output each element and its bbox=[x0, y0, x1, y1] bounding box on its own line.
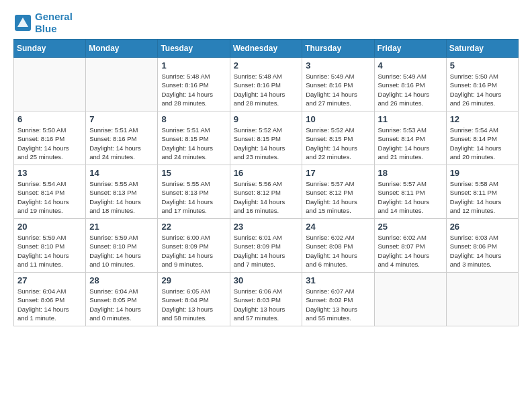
day-cell bbox=[374, 273, 446, 326]
day-cell: 7Sunrise: 5:51 AM Sunset: 8:16 PM Daylig… bbox=[86, 111, 158, 165]
calendar-table: SundayMondayTuesdayWednesdayThursdayFrid… bbox=[13, 39, 519, 326]
day-cell: 9Sunrise: 5:52 AM Sunset: 8:15 PM Daylig… bbox=[230, 111, 302, 165]
day-number: 12 bbox=[450, 114, 515, 124]
day-number: 5 bbox=[450, 60, 515, 71]
day-info: Sunrise: 6:06 AM Sunset: 8:03 PM Dayligh… bbox=[234, 287, 299, 322]
day-info: Sunrise: 6:04 AM Sunset: 8:06 PM Dayligh… bbox=[17, 287, 82, 322]
day-info: Sunrise: 5:48 AM Sunset: 8:16 PM Dayligh… bbox=[234, 72, 299, 107]
header-cell-friday: Friday bbox=[374, 40, 446, 58]
day-number: 24 bbox=[306, 222, 370, 232]
day-number: 14 bbox=[89, 168, 154, 178]
day-number: 3 bbox=[306, 60, 370, 71]
day-info: Sunrise: 6:02 AM Sunset: 8:07 PM Dayligh… bbox=[378, 233, 443, 269]
day-cell: 20Sunrise: 5:59 AM Sunset: 8:10 PM Dayli… bbox=[14, 219, 86, 273]
day-info: Sunrise: 5:50 AM Sunset: 8:16 PM Dayligh… bbox=[450, 72, 515, 107]
day-number: 9 bbox=[234, 114, 299, 124]
day-cell: 22Sunrise: 6:00 AM Sunset: 8:09 PM Dayli… bbox=[158, 219, 230, 273]
day-cell: 14Sunrise: 5:55 AM Sunset: 8:13 PM Dayli… bbox=[86, 165, 158, 219]
logo-text: General Blue bbox=[35, 11, 73, 35]
day-info: Sunrise: 5:56 AM Sunset: 8:12 PM Dayligh… bbox=[234, 179, 299, 215]
day-cell: 13Sunrise: 5:54 AM Sunset: 8:14 PM Dayli… bbox=[14, 165, 86, 219]
day-number: 15 bbox=[161, 168, 226, 178]
day-number: 13 bbox=[17, 168, 82, 178]
day-number: 21 bbox=[89, 222, 154, 232]
day-number: 25 bbox=[378, 222, 443, 232]
day-number: 1 bbox=[161, 60, 226, 71]
header-cell-saturday: Saturday bbox=[446, 40, 518, 58]
day-cell: 29Sunrise: 6:05 AM Sunset: 8:04 PM Dayli… bbox=[158, 273, 230, 326]
day-cell: 11Sunrise: 5:53 AM Sunset: 8:14 PM Dayli… bbox=[374, 111, 446, 165]
header-cell-thursday: Thursday bbox=[302, 40, 374, 58]
day-info: Sunrise: 5:57 AM Sunset: 8:11 PM Dayligh… bbox=[378, 179, 443, 215]
day-number: 16 bbox=[234, 168, 299, 178]
day-info: Sunrise: 6:05 AM Sunset: 8:04 PM Dayligh… bbox=[161, 287, 226, 322]
week-row-1: 1Sunrise: 5:48 AM Sunset: 8:16 PM Daylig… bbox=[14, 58, 519, 111]
day-number: 28 bbox=[89, 275, 154, 285]
day-info: Sunrise: 5:59 AM Sunset: 8:10 PM Dayligh… bbox=[17, 233, 82, 269]
day-info: Sunrise: 5:49 AM Sunset: 8:16 PM Dayligh… bbox=[378, 72, 443, 107]
day-number: 6 bbox=[17, 114, 82, 124]
day-info: Sunrise: 5:54 AM Sunset: 8:14 PM Dayligh… bbox=[17, 179, 82, 215]
day-info: Sunrise: 5:50 AM Sunset: 8:16 PM Dayligh… bbox=[17, 126, 82, 161]
logo: General Blue bbox=[13, 11, 73, 35]
day-number: 20 bbox=[17, 222, 82, 232]
day-cell: 31Sunrise: 6:07 AM Sunset: 8:02 PM Dayli… bbox=[302, 273, 374, 326]
day-info: Sunrise: 5:55 AM Sunset: 8:13 PM Dayligh… bbox=[161, 179, 226, 215]
day-number: 27 bbox=[17, 275, 82, 285]
week-row-2: 6Sunrise: 5:50 AM Sunset: 8:16 PM Daylig… bbox=[14, 111, 519, 165]
day-info: Sunrise: 5:52 AM Sunset: 8:15 PM Dayligh… bbox=[306, 126, 370, 161]
day-info: Sunrise: 6:02 AM Sunset: 8:08 PM Dayligh… bbox=[306, 233, 370, 269]
day-info: Sunrise: 5:49 AM Sunset: 8:16 PM Dayligh… bbox=[306, 72, 370, 107]
day-cell: 24Sunrise: 6:02 AM Sunset: 8:08 PM Dayli… bbox=[302, 219, 374, 273]
page-header: General Blue bbox=[13, 11, 519, 35]
day-number: 26 bbox=[450, 222, 515, 232]
day-number: 7 bbox=[89, 114, 154, 124]
day-info: Sunrise: 5:51 AM Sunset: 8:16 PM Dayligh… bbox=[89, 126, 154, 161]
day-cell: 6Sunrise: 5:50 AM Sunset: 8:16 PM Daylig… bbox=[14, 111, 86, 165]
day-number: 29 bbox=[161, 275, 226, 285]
day-cell: 16Sunrise: 5:56 AM Sunset: 8:12 PM Dayli… bbox=[230, 165, 302, 219]
day-info: Sunrise: 6:07 AM Sunset: 8:02 PM Dayligh… bbox=[306, 287, 370, 322]
header-cell-sunday: Sunday bbox=[14, 40, 86, 58]
day-info: Sunrise: 6:00 AM Sunset: 8:09 PM Dayligh… bbox=[161, 233, 226, 269]
day-cell: 25Sunrise: 6:02 AM Sunset: 8:07 PM Dayli… bbox=[374, 219, 446, 273]
week-row-5: 27Sunrise: 6:04 AM Sunset: 8:06 PM Dayli… bbox=[14, 273, 519, 326]
day-info: Sunrise: 5:59 AM Sunset: 8:10 PM Dayligh… bbox=[89, 233, 154, 269]
day-cell: 10Sunrise: 5:52 AM Sunset: 8:15 PM Dayli… bbox=[302, 111, 374, 165]
day-cell: 8Sunrise: 5:51 AM Sunset: 8:15 PM Daylig… bbox=[158, 111, 230, 165]
day-number: 2 bbox=[234, 60, 299, 71]
day-cell: 17Sunrise: 5:57 AM Sunset: 8:12 PM Dayli… bbox=[302, 165, 374, 219]
day-cell: 26Sunrise: 6:03 AM Sunset: 8:06 PM Dayli… bbox=[446, 219, 518, 273]
day-cell bbox=[446, 273, 518, 326]
day-number: 22 bbox=[161, 222, 226, 232]
day-number: 17 bbox=[306, 168, 370, 178]
day-cell: 30Sunrise: 6:06 AM Sunset: 8:03 PM Dayli… bbox=[230, 273, 302, 326]
day-cell: 15Sunrise: 5:55 AM Sunset: 8:13 PM Dayli… bbox=[158, 165, 230, 219]
day-info: Sunrise: 5:53 AM Sunset: 8:14 PM Dayligh… bbox=[378, 126, 443, 161]
day-cell bbox=[86, 58, 158, 111]
day-cell: 23Sunrise: 6:01 AM Sunset: 8:09 PM Dayli… bbox=[230, 219, 302, 273]
day-info: Sunrise: 5:55 AM Sunset: 8:13 PM Dayligh… bbox=[89, 179, 154, 215]
logo-icon bbox=[13, 13, 32, 32]
day-info: Sunrise: 5:54 AM Sunset: 8:14 PM Dayligh… bbox=[450, 126, 515, 161]
day-info: Sunrise: 5:48 AM Sunset: 8:16 PM Dayligh… bbox=[161, 72, 226, 107]
day-number: 31 bbox=[306, 275, 370, 285]
day-cell: 18Sunrise: 5:57 AM Sunset: 8:11 PM Dayli… bbox=[374, 165, 446, 219]
day-cell: 5Sunrise: 5:50 AM Sunset: 8:16 PM Daylig… bbox=[446, 58, 518, 111]
day-number: 23 bbox=[234, 222, 299, 232]
header-cell-monday: Monday bbox=[86, 40, 158, 58]
day-info: Sunrise: 5:57 AM Sunset: 8:12 PM Dayligh… bbox=[306, 179, 370, 215]
day-cell: 27Sunrise: 6:04 AM Sunset: 8:06 PM Dayli… bbox=[14, 273, 86, 326]
day-cell: 19Sunrise: 5:58 AM Sunset: 8:11 PM Dayli… bbox=[446, 165, 518, 219]
day-info: Sunrise: 5:58 AM Sunset: 8:11 PM Dayligh… bbox=[450, 179, 515, 215]
day-cell: 28Sunrise: 6:04 AM Sunset: 8:05 PM Dayli… bbox=[86, 273, 158, 326]
day-cell: 1Sunrise: 5:48 AM Sunset: 8:16 PM Daylig… bbox=[158, 58, 230, 111]
day-info: Sunrise: 6:03 AM Sunset: 8:06 PM Dayligh… bbox=[450, 233, 515, 269]
week-row-4: 20Sunrise: 5:59 AM Sunset: 8:10 PM Dayli… bbox=[14, 219, 519, 273]
day-number: 8 bbox=[161, 114, 226, 124]
day-cell: 12Sunrise: 5:54 AM Sunset: 8:14 PM Dayli… bbox=[446, 111, 518, 165]
day-cell: 2Sunrise: 5:48 AM Sunset: 8:16 PM Daylig… bbox=[230, 58, 302, 111]
header-cell-tuesday: Tuesday bbox=[158, 40, 230, 58]
header-cell-wednesday: Wednesday bbox=[230, 40, 302, 58]
day-cell bbox=[14, 58, 86, 111]
